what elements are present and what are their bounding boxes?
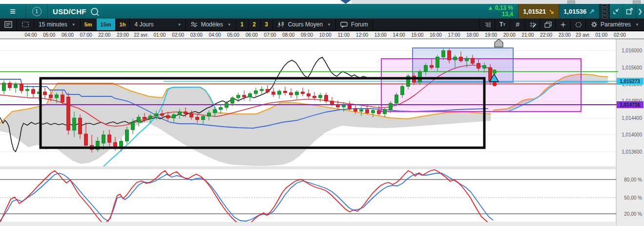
time-axis[interactable]: 04:0005:0006:0007:0022:0023:0022 avr.01:… bbox=[0, 31, 644, 39]
shape-tool-icon[interactable] bbox=[570, 19, 585, 30]
models-dropdown[interactable]: Modèles ▼ bbox=[186, 19, 236, 30]
bottom-axis-strip bbox=[0, 222, 616, 226]
candle-body bbox=[284, 91, 287, 92]
candle-body bbox=[237, 95, 240, 98]
tf-15m-button[interactable]: 15m bbox=[97, 19, 116, 30]
candle-body bbox=[149, 116, 152, 119]
current-price-badge-label: 1,015273 bbox=[620, 79, 640, 84]
time-axis-label: 01:00 bbox=[153, 32, 166, 38]
time-axis-label: 14:00 bbox=[393, 32, 405, 38]
candle-body bbox=[243, 95, 246, 97]
chevron-down-icon: ▼ bbox=[327, 23, 331, 27]
tf-1h-button[interactable]: 1h bbox=[116, 19, 130, 30]
time-axis-label: 17:00 bbox=[448, 32, 460, 38]
settings-label: Paramètres bbox=[601, 21, 631, 28]
candle-body bbox=[325, 95, 328, 101]
candle-body bbox=[108, 135, 111, 142]
candle-body bbox=[131, 122, 135, 130]
hamburger-menu-icon[interactable]: ≡ bbox=[0, 4, 26, 19]
time-axis-label: 05:00 bbox=[43, 32, 55, 38]
one-circle-icon: 1 bbox=[32, 7, 42, 16]
time-axis-label: 15:00 bbox=[411, 32, 423, 38]
time-axis-label: 21:00 bbox=[521, 32, 534, 38]
market-depth-icon[interactable] bbox=[600, 4, 610, 19]
time-axis-label: 07:00 bbox=[264, 32, 276, 38]
layers-icon[interactable] bbox=[540, 19, 555, 30]
red-line-handle[interactable] bbox=[493, 82, 497, 86]
time-axis-label: 23:00 bbox=[559, 32, 571, 38]
candle-body bbox=[459, 57, 463, 61]
candle-body bbox=[272, 92, 275, 94]
candle-body bbox=[477, 63, 480, 68]
candle-body bbox=[84, 134, 88, 145]
ask-price-button[interactable]: 1,01536 ↗ bbox=[559, 4, 600, 19]
candle-body bbox=[342, 105, 346, 107]
candle-body bbox=[295, 92, 299, 95]
candle-body bbox=[73, 118, 76, 130]
selection-tool-button[interactable] bbox=[17, 19, 34, 30]
bid-price: 1,01521 bbox=[523, 8, 546, 15]
bid-price-button[interactable]: 1,01521 ↘ bbox=[519, 4, 559, 19]
candle-body bbox=[418, 72, 422, 83]
time-axis-label: 10:00 bbox=[319, 32, 332, 38]
osc-axis-label: 20,00 % bbox=[624, 211, 642, 217]
tf-5m-button[interactable]: 5m bbox=[81, 19, 97, 30]
candle-body bbox=[67, 97, 70, 130]
crosshair-icon[interactable] bbox=[555, 19, 570, 30]
price-axis-label: 1,013600 bbox=[622, 149, 642, 155]
average-price-dropdown[interactable]: Cours Moyen ▼ bbox=[273, 19, 336, 30]
time-axis-label: 22 avr. bbox=[134, 32, 148, 38]
candle-body bbox=[14, 84, 18, 88]
symbol-label: USD/CHF bbox=[53, 7, 86, 16]
candle-body bbox=[254, 90, 258, 93]
time-axis-label: 04:00 bbox=[208, 32, 221, 38]
down-arrow-icon: ↘ bbox=[548, 7, 554, 15]
candle-body bbox=[331, 101, 334, 105]
forum-button[interactable]: Forum bbox=[336, 19, 373, 30]
grid-edit-icon[interactable] bbox=[525, 19, 540, 30]
candle-body bbox=[8, 83, 12, 88]
chart-list-button[interactable] bbox=[0, 19, 17, 30]
time-axis-label: 02:00 bbox=[172, 32, 184, 38]
green-line-handle[interactable] bbox=[493, 69, 497, 74]
up-arrow-icon: ↗ bbox=[589, 7, 595, 15]
collapse-window-icon[interactable] bbox=[610, 4, 623, 19]
time-axis-label: 01:00 bbox=[595, 32, 607, 38]
layout-one-button[interactable]: 1 bbox=[26, 4, 48, 19]
search-icon[interactable] bbox=[91, 8, 98, 15]
change-pips: 13,4 bbox=[502, 11, 513, 18]
open-external-icon[interactable] bbox=[623, 4, 636, 19]
candle-body bbox=[278, 91, 281, 94]
preset-2-button[interactable]: 2 bbox=[249, 19, 261, 30]
preset-1-button[interactable]: 1 bbox=[236, 19, 249, 30]
time-axis-label: 23 avr. bbox=[576, 32, 590, 38]
candle-body bbox=[155, 114, 158, 116]
toolbar-right: TT # Paramètres ▼ bbox=[479, 19, 644, 30]
title-bar: ≡ 1 USD/CHF ▲ 0,13 % 13,4 1,01521 ↘ 1,01… bbox=[0, 4, 644, 19]
order-book-icon[interactable] bbox=[479, 19, 495, 30]
settings-dropdown[interactable]: Paramètres ▼ bbox=[585, 19, 644, 30]
time-axis-label: 09:00 bbox=[301, 32, 313, 38]
candle-body bbox=[161, 114, 164, 115]
candle-body bbox=[260, 90, 264, 91]
timeframe-dropdown[interactable]: 15 minutes ▼ bbox=[34, 19, 81, 30]
candle-body bbox=[372, 111, 375, 113]
chart-canvas[interactable]: 1,0160001,0156001,0152001,0148001,014400… bbox=[0, 39, 644, 226]
candle-body bbox=[483, 66, 486, 68]
candle-body bbox=[354, 109, 357, 111]
panel-expand-chevron[interactable]: ❯ bbox=[636, 4, 644, 19]
range-dropdown[interactable]: 4 Jours ▼ bbox=[130, 19, 186, 30]
text-tool-icon[interactable]: TT bbox=[495, 19, 510, 30]
preset-3-button[interactable]: 3 bbox=[261, 19, 273, 30]
candle-body bbox=[196, 117, 199, 119]
candle-body bbox=[202, 116, 205, 120]
time-axis-label: 22:00 bbox=[98, 32, 110, 38]
candle-body bbox=[32, 90, 35, 94]
average-price-label: Cours Moyen bbox=[288, 21, 323, 28]
window-strip-right bbox=[352, 0, 644, 4]
price-axis-label: 1,014400 bbox=[622, 115, 642, 121]
models-label: Modèles bbox=[201, 21, 223, 28]
candle-body bbox=[465, 58, 469, 61]
title-bar-right: ▲ 0,13 % 13,4 1,01521 ↘ 1,01536 ↗ ❯ bbox=[482, 4, 644, 19]
grid-icon[interactable]: # bbox=[510, 19, 525, 30]
